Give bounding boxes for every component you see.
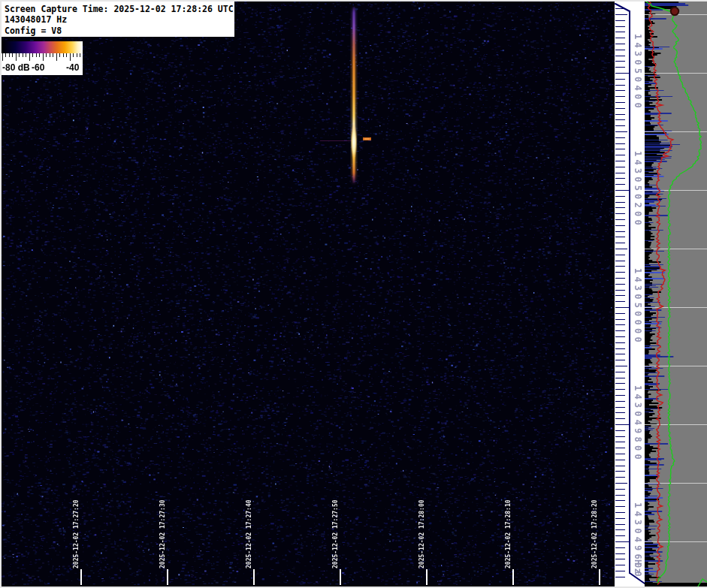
colorbar-major-ticks [2, 53, 83, 61]
config-text: Config = V8 [5, 26, 234, 36]
info-box: Screen Capture Time: 2025-12-02 17:28:26… [2, 2, 234, 37]
colorbar-legend: -80 dB -60 -40 [2, 41, 83, 75]
colorbar-label-mid: -60 [32, 62, 44, 73]
colorbar-label-max: -40 [66, 62, 79, 73]
center-frequency-text: 143048017 Hz [5, 14, 234, 25]
colorbar-gradient [2, 41, 83, 53]
spectrogram-app-screen: Screen Capture Time: 2025-12-02 17:28:26… [0, 0, 707, 588]
colorbar-label-min: -80 dB [2, 62, 30, 73]
colorbar-tick-ruler [2, 53, 83, 62]
capture-time-text: Screen Capture Time: 2025-12-02 17:28:26… [5, 4, 234, 14]
display-canvas [0, 0, 707, 588]
